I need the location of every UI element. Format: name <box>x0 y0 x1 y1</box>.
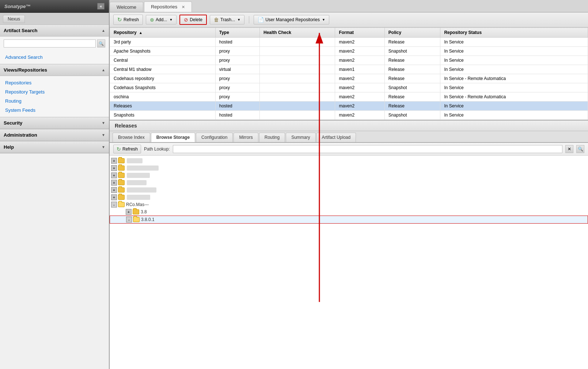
delete-button[interactable]: ⊘ Delete <box>179 15 207 25</box>
col-format[interactable]: Format <box>335 28 384 38</box>
user-managed-dropdown-arrow: ▼ <box>322 18 325 22</box>
sidebar-collapse-button[interactable]: « <box>97 3 105 9</box>
collapse-icon[interactable]: - <box>126 217 132 222</box>
expand-icon[interactable]: + <box>111 158 117 164</box>
table-cell-3: maven2 <box>335 102 384 111</box>
security-header[interactable]: Security ▼ <box>0 117 109 129</box>
table-row[interactable]: Apache Snapshotsproxymaven2SnapshotIn Se… <box>110 47 588 56</box>
col-repository-label: Repository <box>114 30 137 35</box>
sidebar-item-repository-targets[interactable]: Repository Targets <box>0 87 109 96</box>
table-cell-4: Release <box>384 56 440 65</box>
help-label: Help <box>4 144 14 150</box>
views-repositories-header[interactable]: Views/Repositories ▲ <box>0 64 109 76</box>
col-health-check[interactable]: Health Check <box>260 28 335 38</box>
subtab-artifact-upload[interactable]: Artifact Upload <box>316 133 356 142</box>
sidebar-item-routing[interactable]: Routing <box>0 96 109 106</box>
table-cell-0: oschina <box>110 92 216 102</box>
tree-item[interactable]: -RCo.Mas--- <box>110 201 588 208</box>
tree-item[interactable]: +ew--ynload <box>110 172 588 179</box>
expand-icon[interactable]: + <box>111 172 117 178</box>
sidebar: Sonatype™ « Nexus Artifact Search ▲ 🔍 Ad… <box>0 0 110 369</box>
table-cell-1: virtual <box>215 65 259 74</box>
sidebar-item-repositories[interactable]: Repositories <box>0 78 109 87</box>
col-policy[interactable]: Policy <box>384 28 440 38</box>
tree-item[interactable]: +amev-platform <box>110 186 588 194</box>
add-label: Add... <box>156 17 167 22</box>
tree-item[interactable]: +nframework-....t <box>110 164 588 172</box>
table-row[interactable]: Codehaus repositoryproxymaven2ReleaseIn … <box>110 74 588 83</box>
user-managed-button[interactable]: 📄 User Managed Repositories ▼ <box>254 15 329 24</box>
help-header[interactable]: Help ▼ <box>0 141 109 153</box>
expand-icon[interactable]: + <box>111 165 117 171</box>
views-repositories-section: Views/Repositories ▲ Repositories Reposi… <box>0 64 109 117</box>
tree-item[interactable]: +nework <box>110 157 588 164</box>
subtab-browse-index[interactable]: Browse Index <box>113 133 150 142</box>
table-row[interactable]: Central M1 shadowvirtualmaven1ReleaseIn … <box>110 65 588 74</box>
sidebar-item-system-feeds[interactable]: System Feeds <box>0 106 109 115</box>
expand-icon[interactable]: + <box>111 194 117 200</box>
tab-welcome[interactable]: Welcome <box>110 2 143 12</box>
views-toggle: ▲ <box>102 68 105 72</box>
table-cell-4: Snapshot <box>384 47 440 56</box>
folder-icon <box>118 180 125 185</box>
table-row[interactable]: Snapshotshostedmaven2SnapshotIn Service <box>110 111 588 120</box>
table-cell-5: In Service <box>440 111 588 120</box>
expand-icon[interactable]: + <box>111 180 117 186</box>
table-cell-2 <box>260 47 335 56</box>
col-repository[interactable]: Repository ▲ <box>110 28 216 38</box>
sort-arrow-repository: ▲ <box>139 31 143 35</box>
path-lookup-label: Path Lookup: <box>144 147 170 152</box>
administration-header[interactable]: Administration ▼ <box>0 129 109 141</box>
tree-label: rcframe----f <box>126 195 150 200</box>
nexus-tab[interactable]: Nexus <box>3 15 25 23</box>
sub-tabs: Browse Index Browse Storage Configuratio… <box>110 131 588 143</box>
subtab-summary[interactable]: Summary <box>286 133 315 142</box>
table-cell-1: proxy <box>215 47 259 56</box>
table-row[interactable]: Centralproxymaven2ReleaseIn Service <box>110 56 588 65</box>
search-input[interactable] <box>4 39 96 47</box>
subtab-artifact-upload-label: Artifact Upload <box>322 135 351 140</box>
table-cell-5: In Service <box>440 56 588 65</box>
file-tree: +nework+nframework-....t+ew--ynload+ewc-… <box>110 156 588 369</box>
subtab-mirrors[interactable]: Mirrors <box>234 133 258 142</box>
col-type[interactable]: Type <box>215 28 259 38</box>
table-row[interactable]: Releaseshostedmaven2ReleaseIn Service <box>110 102 588 111</box>
table-row[interactable]: Codehaus Snapshotsproxymaven2SnapshotIn … <box>110 83 588 92</box>
table-cell-4: Release <box>384 74 440 83</box>
table-row[interactable]: 3rd partyhostedmaven2ReleaseIn Service <box>110 38 588 47</box>
table-cell-0: Snapshots <box>110 111 216 120</box>
subtab-configuration[interactable]: Configuration <box>196 133 233 142</box>
tab-repositories[interactable]: Repositories ✕ <box>144 1 192 12</box>
col-status[interactable]: Repository Status <box>440 28 588 38</box>
trash-label: Trash... <box>220 17 235 22</box>
table-row[interactable]: oschinaproxymaven2ReleaseIn Service - Re… <box>110 92 588 102</box>
table-cell-1: hosted <box>215 38 259 47</box>
path-clear-button[interactable]: ✕ <box>565 145 573 153</box>
subtab-browse-storage[interactable]: Browse Storage <box>151 133 195 142</box>
artifact-search-header[interactable]: Artifact Search ▲ <box>0 25 109 37</box>
tree-item[interactable]: +ewc---ent <box>110 179 588 186</box>
tree-item[interactable]: -3.8.0.1 <box>110 216 588 224</box>
repository-table-container: Repository ▲ Type Health Check Format <box>110 27 588 120</box>
folder-icon <box>118 195 125 200</box>
tab-repositories-close[interactable]: ✕ <box>182 5 185 9</box>
path-search-button[interactable]: 🔍 <box>576 145 584 153</box>
tree-item[interactable]: +3.8 <box>110 208 588 216</box>
expand-icon[interactable]: + <box>126 209 132 215</box>
browse-refresh-button[interactable]: ↻ Refresh <box>113 145 141 153</box>
expand-icon[interactable]: + <box>111 187 117 193</box>
security-section: Security ▼ <box>0 117 109 129</box>
table-cell-2 <box>260 92 335 102</box>
table-cell-1: proxy <box>215 56 259 65</box>
add-button[interactable]: ⊕ Add... ▼ <box>146 15 177 24</box>
table-cell-4: Release <box>384 102 440 111</box>
tree-item[interactable]: +rcframe----f <box>110 194 588 201</box>
path-lookup-input[interactable] <box>173 145 562 153</box>
table-header-row: Repository ▲ Type Health Check Format <box>110 28 588 38</box>
trash-button[interactable]: 🗑 Trash... ▼ <box>210 15 244 24</box>
collapse-icon[interactable]: - <box>111 202 117 208</box>
refresh-button[interactable]: ↻ Refresh <box>113 15 143 25</box>
sidebar-item-advanced-search[interactable]: Advanced Search <box>0 53 109 62</box>
subtab-routing[interactable]: Routing <box>259 133 285 142</box>
search-button[interactable]: 🔍 <box>97 39 105 47</box>
